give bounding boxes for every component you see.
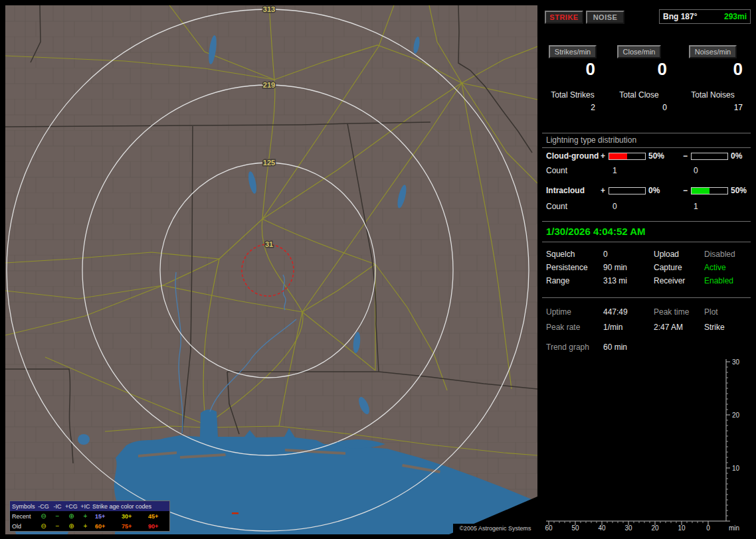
peak-rate-value: 1/min — [603, 323, 622, 332]
x-tick-50: 50 — [571, 524, 579, 532]
x-tick-60: 60 — [545, 524, 553, 532]
noises-per-min-value: 0 — [675, 60, 751, 79]
plus-sign: + — [601, 151, 605, 161]
separator — [542, 297, 751, 298]
status-panel: STRIKE NOISE Bng 187° 293mi Strikes/min … — [542, 5, 751, 534]
total-values-row: 2 0 17 — [542, 103, 751, 112]
age-90-label: 90+ — [145, 523, 171, 530]
pos-cg-symbol-icon: ⊕ — [64, 523, 78, 530]
ic-positive-count: 0 — [613, 202, 617, 211]
neg-cg-symbol-icon: ⊖ — [37, 523, 50, 530]
plot-value: Strike — [704, 323, 725, 332]
peak-rate-label: Peak rate — [546, 323, 580, 332]
peak-time-value: 2:47 AM — [654, 323, 683, 332]
strike-symbol-negative-ic — [232, 512, 238, 514]
distribution-title: Lightning type distribution — [546, 135, 636, 145]
total-close-value: 0 — [603, 103, 675, 112]
minus-sign: − — [683, 186, 688, 195]
legend-col-neg-cg: -CG — [37, 503, 50, 510]
bearing-label: Bng 187° — [663, 12, 697, 21]
x-tick-40: 40 — [598, 524, 606, 532]
graph-axes — [546, 359, 726, 521]
receiver-label: Receiver — [654, 276, 685, 285]
intracloud-label: Intracloud — [546, 186, 585, 195]
uptime-value: 447:49 — [603, 307, 628, 317]
legend-recent-row: Recent ⊖ − ⊕ + 15+ 30+ 45+ — [10, 511, 169, 521]
rate-headers-row: Strikes/min Close/min Noises/min — [542, 45, 751, 58]
datetime-display: 1/30/2026 4:04:52 AM — [546, 226, 646, 237]
ring-label-31: 31 — [265, 240, 273, 248]
peak-time-label: Peak time — [654, 307, 689, 317]
plus-sign: + — [601, 186, 605, 195]
ic-negative-count: 1 — [694, 202, 698, 211]
separator — [542, 147, 751, 148]
total-noises-value: 17 — [675, 103, 751, 112]
cg-positive-bar — [609, 153, 646, 160]
persistence-value: 90 min — [603, 263, 627, 272]
trend-graph-label: Trend graph — [546, 343, 589, 352]
strikes-per-min-header: Strikes/min — [549, 45, 597, 58]
ic-count-label: Count — [546, 202, 567, 211]
plot-label: Plot — [704, 307, 718, 317]
ic-negative-bar — [691, 187, 728, 194]
pos-cg-symbol-icon: ⊕ — [64, 513, 78, 520]
cg-negative-percent: 0% — [731, 151, 742, 161]
cg-negative-bar — [691, 153, 728, 160]
separator — [542, 221, 751, 222]
bearing-distance: 293mi — [724, 12, 747, 21]
range-value: 313 mi — [603, 276, 627, 285]
legend-col-pos-ic: +IC — [78, 503, 92, 510]
map-legend: Symbols -CG -IC +CG +IC Strike age color… — [9, 501, 170, 532]
minus-sign: − — [683, 151, 688, 161]
stormvue-window: 313 219 125 31 Symbols -CG -IC +CG +IC S… — [0, 0, 756, 539]
age-45-label: 45+ — [145, 513, 171, 520]
upload-status: Disabled — [704, 250, 735, 259]
receiver-status: Enabled — [704, 276, 733, 285]
separator — [542, 242, 751, 242]
range-label: Range — [546, 276, 569, 285]
copyright-text: ©2005 Astrogenic Systems — [453, 524, 537, 534]
neg-ic-symbol-icon: − — [50, 523, 64, 530]
ring-label-313: 313 — [263, 5, 275, 13]
y-tick-20: 20 — [732, 412, 740, 419]
upload-label: Upload — [654, 250, 679, 259]
cg-positive-count: 1 — [613, 166, 617, 175]
neg-cg-symbol-icon: ⊖ — [37, 513, 50, 520]
ring-label-219: 219 — [263, 81, 275, 89]
total-noises-label: Total Noises — [675, 90, 751, 100]
map-canvas: 313 219 125 31 — [5, 5, 537, 534]
total-strikes-label: Total Strikes — [542, 90, 603, 100]
neg-ic-symbol-icon: − — [50, 513, 64, 520]
cg-count-label: Count — [546, 166, 567, 175]
noises-per-min-header: Noises/min — [689, 45, 737, 58]
ic-positive-bar — [609, 187, 646, 194]
x-axis-unit: min — [729, 524, 739, 532]
trend-graph-value: 60 min — [603, 343, 627, 352]
age-60-label: 60+ — [92, 523, 119, 530]
legend-old-row: Old ⊖ − ⊕ + 60+ 75+ 90+ — [10, 521, 169, 531]
cg-negative-count: 0 — [694, 166, 698, 175]
rate-values-row: 0 0 0 — [542, 60, 751, 79]
squelch-value: 0 — [603, 250, 608, 259]
capture-status: Active — [704, 263, 726, 272]
cg-positive-bar-fill — [609, 153, 627, 159]
cloud-ground-label: Cloud-ground — [546, 151, 599, 161]
ic-negative-percent: 50% — [731, 186, 747, 195]
noise-toggle-button[interactable]: NOISE — [586, 11, 624, 24]
legend-age-header: Strike age color codes — [92, 503, 171, 510]
strike-toggle-button[interactable]: STRIKE — [545, 11, 583, 24]
close-per-min-header: Close/min — [617, 45, 662, 58]
legend-recent-label: Recent — [10, 513, 37, 520]
legend-header-row: Symbols -CG -IC +CG +IC Strike age color… — [10, 501, 169, 511]
y-tick-10: 10 — [732, 465, 740, 472]
legend-col-pos-cg: +CG — [64, 503, 78, 510]
x-tick-0: 0 — [706, 524, 710, 532]
cg-positive-percent: 50% — [648, 151, 664, 161]
ic-positive-percent: 0% — [648, 186, 660, 195]
x-tick-10: 10 — [678, 524, 686, 532]
pos-ic-symbol-icon: + — [78, 523, 92, 530]
total-close-label: Total Close — [603, 90, 675, 100]
squelch-label: Squelch — [546, 250, 575, 259]
separator — [542, 133, 751, 133]
close-per-min-value: 0 — [603, 60, 675, 79]
